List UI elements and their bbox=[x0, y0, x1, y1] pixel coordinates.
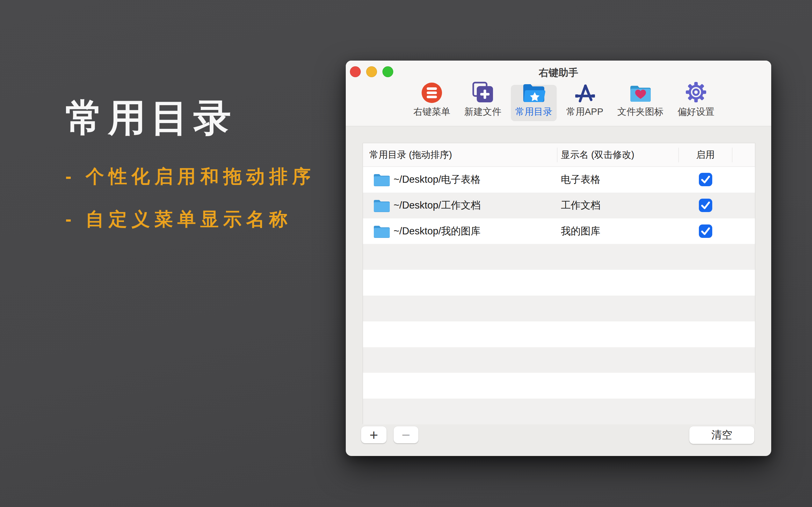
toolbar-item-label: 偏好设置 bbox=[678, 106, 714, 118]
display-name-cell[interactable]: 工作文档 bbox=[557, 199, 679, 212]
promo-bullet-list: - 个性化启用和拖动排序 - 自定义菜单显示名称 bbox=[65, 167, 315, 228]
table-row[interactable]: ~/Desktop/工作文档 工作文档 bbox=[363, 192, 755, 218]
directory-path: ~/Desktop/我的图库 bbox=[393, 224, 481, 238]
app-window: 右键助手 右键菜单 bbox=[346, 61, 771, 456]
promo-block: 常用目录 - 个性化启用和拖动排序 - 自定义菜单显示名称 bbox=[65, 99, 315, 252]
screenshot-stage: 常用目录 - 个性化启用和拖动排序 - 自定义菜单显示名称 右键助手 bbox=[0, 0, 812, 507]
table-body: ~/Desktop/电子表格 电子表格 bbox=[363, 167, 755, 425]
toolbar-item-label: 文件夹图标 bbox=[617, 106, 664, 118]
clear-button[interactable]: 清空 bbox=[689, 426, 754, 444]
folder-icon bbox=[373, 224, 390, 238]
toolbar-item-right-click-menu[interactable]: 右键菜单 bbox=[409, 85, 455, 121]
empty-table-row bbox=[363, 296, 755, 322]
folder-icon bbox=[373, 199, 390, 212]
directory-path: ~/Desktop/电子表格 bbox=[393, 173, 481, 186]
directories-table: 常用目录 (拖动排序) 显示名 (双击修改) 启用 ~/Desktop/电子表格… bbox=[363, 143, 755, 424]
empty-table-row bbox=[363, 244, 755, 270]
column-header-display-name: 显示名 (双击修改) bbox=[557, 148, 679, 162]
empty-table-row bbox=[363, 347, 755, 373]
display-name-cell[interactable]: 我的图库 bbox=[557, 224, 679, 238]
toolbar: 右键菜单 新建文件 bbox=[346, 82, 771, 121]
promo-bullet: - 自定义菜单显示名称 bbox=[65, 210, 315, 228]
enabled-checkbox[interactable] bbox=[699, 199, 712, 212]
toolbar-item-label: 右键菜单 bbox=[413, 106, 450, 118]
empty-table-row bbox=[363, 373, 755, 399]
toolbar-item-label: 常用APP bbox=[566, 106, 603, 118]
directory-path-cell: ~/Desktop/电子表格 bbox=[363, 173, 557, 186]
column-header-directory: 常用目录 (拖动排序) bbox=[363, 148, 557, 162]
toolbar-item-common-apps[interactable]: 常用APP bbox=[562, 85, 608, 121]
table-row[interactable]: ~/Desktop/电子表格 电子表格 bbox=[363, 167, 755, 192]
display-name-cell[interactable]: 电子表格 bbox=[557, 173, 679, 186]
toolbar-item-preferences[interactable]: 偏好设置 bbox=[673, 85, 719, 121]
check-icon bbox=[699, 224, 712, 238]
folder-icon bbox=[373, 173, 390, 186]
menu-circle-icon bbox=[421, 82, 442, 103]
table-row[interactable]: ~/Desktop/我的图库 我的图库 bbox=[363, 218, 755, 244]
toolbar-item-label: 新建文件 bbox=[464, 106, 501, 118]
column-header-enabled: 启用 bbox=[679, 148, 732, 162]
promo-bullet: - 个性化启用和拖动排序 bbox=[65, 167, 315, 185]
remove-button[interactable]: − bbox=[393, 426, 419, 443]
directory-path: ~/Desktop/工作文档 bbox=[393, 199, 481, 212]
directory-path-cell: ~/Desktop/工作文档 bbox=[363, 199, 557, 212]
toolbar-item-folder-icons[interactable]: 文件夹图标 bbox=[613, 85, 668, 121]
empty-table-row bbox=[363, 322, 755, 347]
app-store-icon bbox=[573, 83, 597, 103]
add-button[interactable]: + bbox=[361, 426, 386, 443]
folder-star-icon bbox=[521, 83, 546, 103]
check-icon bbox=[699, 199, 712, 212]
check-icon bbox=[699, 173, 712, 186]
empty-table-row bbox=[363, 399, 755, 425]
window-title: 右键助手 bbox=[346, 66, 771, 79]
enabled-checkbox[interactable] bbox=[699, 173, 712, 186]
gear-icon bbox=[685, 81, 707, 103]
empty-table-row bbox=[363, 270, 755, 296]
toolbar-item-new-file[interactable]: 新建文件 bbox=[460, 85, 506, 121]
titlebar: 右键助手 右键菜单 bbox=[346, 61, 771, 126]
enabled-checkbox[interactable] bbox=[699, 224, 712, 238]
table-header: 常用目录 (拖动排序) 显示名 (双击修改) 启用 bbox=[363, 143, 755, 167]
folder-heart-icon bbox=[629, 83, 652, 103]
column-header-spacer bbox=[732, 148, 755, 162]
toolbar-item-common-directories[interactable]: 常用目录 bbox=[511, 85, 557, 121]
new-file-icon bbox=[472, 81, 494, 103]
promo-title: 常用目录 bbox=[65, 99, 315, 136]
toolbar-item-label: 常用目录 bbox=[515, 106, 552, 118]
directory-path-cell: ~/Desktop/我的图库 bbox=[363, 224, 557, 238]
